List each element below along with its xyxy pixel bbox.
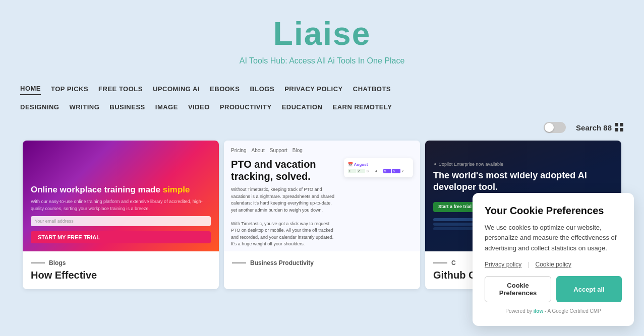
card-1-category: Blogs [31,259,211,266]
nav-designing[interactable]: DESIGNING [20,103,59,113]
cookie-buttons: Cookie Preferences Accept all [485,276,622,302]
card-1-screenshot: Online workplace training made simple Wi… [23,141,219,251]
search-grid-icon [615,123,624,132]
card-1-img-sub: With our easy-to-use online training pla… [31,198,211,212]
trial-btn-mockup: START MY FREE TRIAL [31,231,211,243]
nav-row-1: HOME TOP PICKS FREE TOOLS UPCOMING AI EB… [20,81,624,99]
nav-chatbots[interactable]: CHATBOTS [353,85,391,95]
card-2-category-label: Business Productivity [250,259,314,266]
card-1[interactable]: Online workplace training made simple Wi… [23,141,219,289]
pto-desc: Without Timetastic, keeping track of PTO… [231,186,339,248]
category-line-2 [232,262,246,263]
nav-upcoming-ai[interactable]: UPCOMING AI [153,85,200,95]
card-1-title: How Effective [31,270,211,281]
card-1-category-label: Blogs [49,259,66,266]
cookie-footer: Powered by ilow - A Google Certified CMP [485,308,622,314]
main-nav: HOME TOP PICKS FREE TOOLS UPCOMING AI EB… [0,71,644,117]
cookie-title: Your Cookie Preferences [485,205,622,217]
card-2-content: Business Productivity [224,251,420,278]
nav-business[interactable]: BUSINESS [109,103,145,113]
card-1-image: Online workplace training made simple Wi… [23,141,219,251]
nav-free-tools[interactable]: FREE TOOLS [98,85,143,95]
pto-nav: PricingAboutSupportBlog [231,148,413,153]
accept-all-button[interactable]: Accept all [556,276,622,302]
toggle-knob [545,123,554,132]
nav-writing[interactable]: WRITING [69,103,99,113]
cookie-desc: We use cookies to optimize our website, … [485,223,622,254]
nav-productivity[interactable]: PRODUCTIVITY [220,103,272,113]
site-header: Liaise AI Tools Hub: Access All Ai Tools… [0,0,644,71]
privacy-policy-link[interactable]: Privacy policy [485,261,521,268]
nav-privacy-policy[interactable]: PRIVACY POLICY [284,85,343,95]
theme-toggle[interactable] [544,122,566,133]
toggle-switch[interactable] [544,122,566,133]
nav-home[interactable]: HOME [20,85,41,95]
cookie-footer-brand[interactable]: ilow [534,308,543,314]
card-2[interactable]: PricingAboutSupportBlog PTO and vacation… [224,141,420,289]
cookie-policy-link[interactable]: Cookie policy [535,261,571,268]
nav-blogs[interactable]: BLOGS [250,85,274,95]
card-2-image: PricingAboutSupportBlog PTO and vacation… [224,141,420,251]
card-3-category-label: C [451,259,456,266]
cookie-preferences-button[interactable]: Cookie Preferences [485,276,551,302]
card-1-content: Blogs How Effective [23,251,219,289]
cookie-popup: Your Cookie Preferences We use cookies t… [473,193,634,326]
site-tagline: AI Tools Hub: Access All Ai Tools In One… [10,56,634,65]
search-label: Search 88 [576,123,612,132]
nav-earn-remotely[interactable]: EARN REMOTELY [332,103,392,113]
site-title: Liaise [10,15,634,52]
cookie-link-separator: | [528,261,529,268]
cookie-links: Privacy policy | Cookie policy [485,261,622,268]
nav-education[interactable]: EDUCATION [282,103,323,113]
pto-calendar: 📅 August 1 2 3 4 5 6 7 [344,158,413,251]
pto-title: PTO and vacationtracking, solved. [231,158,339,182]
nav-ebooks[interactable]: EBOOKS [210,85,240,95]
cookie-footer-suffix: - A Google Certified CMP [545,308,601,314]
card-2-screenshot: PricingAboutSupportBlog PTO and vacation… [224,141,420,251]
cookie-footer-prefix: Powered by [505,308,532,314]
card-1-img-title: Online workplace training made simple [31,184,211,195]
nav-row-2: DESIGNING WRITING BUSINESS IMAGE VIDEO P… [20,99,624,117]
copilot-badge: ✦ Copilot Enterprise now available [433,162,613,167]
category-line-3 [433,262,447,263]
nav-top-picks[interactable]: TOP PICKS [51,85,88,95]
category-line [31,262,45,263]
nav-video[interactable]: VIDEO [188,103,210,113]
email-field-mockup: Your email address [31,216,211,226]
card-2-category: Business Productivity [232,259,412,266]
search-button[interactable]: Search 88 [576,123,624,132]
controls-row: Search 88 [0,117,644,138]
copilot-main-title: The world's most widely adopted AI devel… [433,170,613,193]
nav-image[interactable]: IMAGE [155,103,178,113]
